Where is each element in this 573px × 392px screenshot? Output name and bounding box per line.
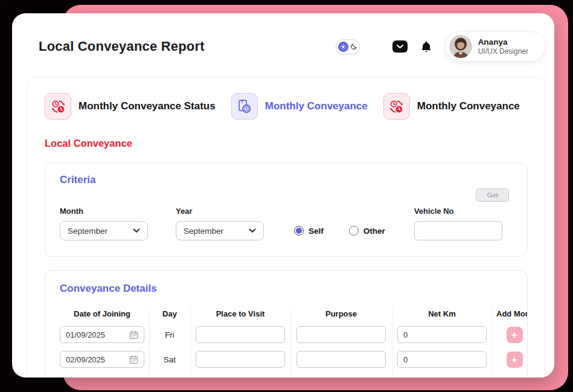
avatar xyxy=(449,35,472,58)
theme-toggle[interactable] xyxy=(336,39,360,54)
user-name: Ananya xyxy=(478,37,528,47)
column-divider xyxy=(290,308,291,378)
page-title: Local Conveyance Report xyxy=(39,39,205,54)
conveyance-sync-clock-icon xyxy=(45,93,71,120)
get-row: Get xyxy=(60,188,514,202)
net-km-input[interactable] xyxy=(397,351,487,368)
month-field: Month September xyxy=(60,207,148,240)
criteria-panel: Criteria Get Month September xyxy=(45,162,528,257)
place-to-visit-input[interactable] xyxy=(196,351,285,368)
date-input[interactable]: 02/09/2025 xyxy=(60,351,144,368)
window-tail xyxy=(16,77,25,95)
radio-other[interactable]: Other xyxy=(349,226,385,236)
tab-monthly-conveyance-2[interactable]: Monthly Conveyance xyxy=(383,93,520,120)
radio-self-label: Self xyxy=(309,227,324,236)
radio-self[interactable]: Self xyxy=(294,226,324,236)
purpose-input[interactable] xyxy=(296,326,386,343)
table-row: 02/09/2025 Sat + xyxy=(55,351,528,368)
radio-other-label: Other xyxy=(363,227,385,236)
desktop-background: Local Conveyance Report xyxy=(0,0,573,392)
trip-by-radios: Self Other xyxy=(294,226,385,236)
date-input[interactable]: 01/09/2025 xyxy=(60,326,144,343)
report-tabs: Monthly Conveyance Status Monthly Convey… xyxy=(45,93,528,120)
user-info: Ananya UI/UX Designer xyxy=(478,37,528,56)
conveyance-sync-clock-icon xyxy=(383,93,410,120)
month-value: September xyxy=(68,227,107,236)
calendar-icon xyxy=(129,330,138,339)
col-place-to-visit: Place to Visit xyxy=(190,309,290,318)
col-purpose: Purpose xyxy=(290,309,392,318)
table-header: Date of Joining Day Place to Visit Purpo… xyxy=(55,309,528,318)
add-row-button[interactable]: + xyxy=(507,352,523,368)
mail-icon[interactable] xyxy=(392,40,408,53)
date-value: 02/09/2025 xyxy=(66,355,105,364)
moon-icon xyxy=(350,43,357,50)
place-to-visit-input[interactable] xyxy=(196,326,285,343)
purpose-input[interactable] xyxy=(296,351,386,368)
tab-monthly-conveyance[interactable]: Monthly Conveyance xyxy=(231,93,368,120)
calendar-icon xyxy=(129,355,138,364)
radio-self-dot xyxy=(294,226,304,236)
month-label: Month xyxy=(60,207,148,216)
vehicle-field: Vehicle No xyxy=(414,207,502,240)
col-date-of-joining: Date of Joining xyxy=(55,309,149,318)
year-field: Year September xyxy=(176,207,264,240)
column-divider xyxy=(392,308,392,378)
col-net-km: Net Km xyxy=(392,309,492,318)
conveyance-details-heading: Conveyance Details xyxy=(55,283,519,295)
day-value: Fri xyxy=(149,330,190,339)
document-clock-icon xyxy=(231,93,258,120)
sun-icon xyxy=(338,42,348,52)
conveyance-table: Date of Joining Day Place to Visit Purpo… xyxy=(55,309,528,368)
header: Local Conveyance Report xyxy=(12,13,554,62)
report-container: Monthly Conveyance Status Monthly Convey… xyxy=(27,77,545,378)
vehicle-no-input[interactable] xyxy=(414,221,502,240)
tab-label: Monthly Conveyance Status xyxy=(78,100,216,112)
vehicle-no-label: Vehicle No xyxy=(414,207,502,216)
chevron-down-icon xyxy=(249,228,256,233)
add-row-button[interactable]: + xyxy=(507,327,523,343)
col-add-more: Add More xyxy=(492,309,528,318)
header-actions: Ananya UI/UX Designer xyxy=(336,31,546,62)
user-role: UI/UX Designer xyxy=(478,47,528,56)
app-window: Local Conveyance Report xyxy=(12,13,554,378)
tab-monthly-conveyance-status[interactable]: Monthly Conveyance Status xyxy=(45,93,216,120)
criteria-heading: Criteria xyxy=(60,174,514,186)
year-label: Year xyxy=(176,207,264,216)
chevron-down-icon xyxy=(133,228,140,233)
column-divider xyxy=(149,308,150,378)
radio-other-dot xyxy=(349,226,359,236)
table-row: 01/09/2025 Fri + xyxy=(55,326,528,343)
conveyance-details-panel: Conveyance Details Date of Joining Day P… xyxy=(45,270,528,378)
day-value: Sat xyxy=(149,355,190,364)
user-profile[interactable]: Ananya UI/UX Designer xyxy=(445,31,546,62)
tab-label: Monthly Conveyance xyxy=(417,100,520,112)
get-button[interactable]: Get xyxy=(476,188,509,202)
criteria-form: Month September Year September xyxy=(60,207,514,240)
local-conveyance-link[interactable]: Local Conveyance xyxy=(45,138,528,149)
column-divider xyxy=(492,308,493,378)
tab-label: Monthly Conveyance xyxy=(265,100,368,112)
net-km-input[interactable] xyxy=(397,326,487,343)
bell-icon[interactable] xyxy=(421,40,432,53)
year-value: September xyxy=(184,227,223,236)
date-value: 01/09/2025 xyxy=(66,330,105,339)
col-day: Day xyxy=(149,309,190,318)
month-select[interactable]: September xyxy=(60,221,148,240)
column-divider xyxy=(190,308,191,378)
year-select[interactable]: September xyxy=(176,221,264,240)
